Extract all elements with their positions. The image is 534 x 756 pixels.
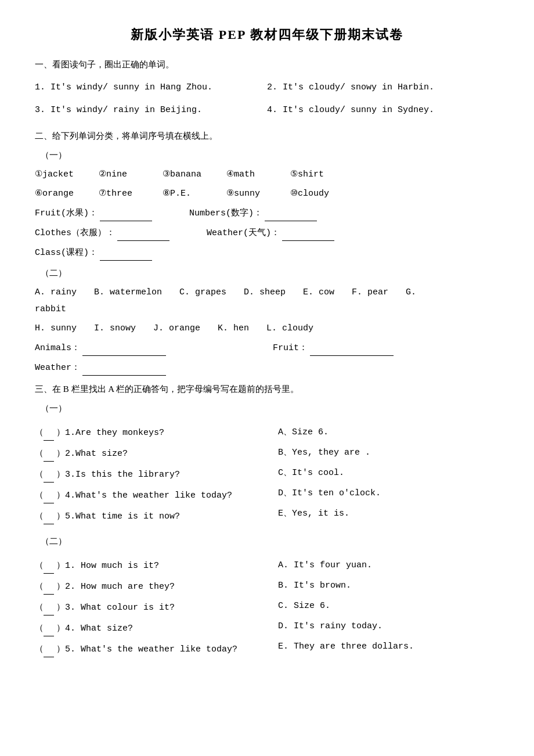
word2-G: G.	[406, 285, 416, 300]
fill-weather-label: Weather(天气)：	[207, 228, 280, 238]
paren-2[interactable]	[44, 445, 54, 462]
word2-E: E. cow	[303, 285, 334, 300]
match-q4: （ ）4.What's the weather like today?	[35, 487, 278, 503]
word-7: ⑦three	[99, 186, 145, 201]
section2-sub2-label: （二）	[41, 265, 499, 281]
match-q2: （ ）2.What size?	[35, 445, 278, 462]
match-left-1: （ ）1.Are they monkeys? （ ）2.What size? （…	[35, 420, 278, 529]
section3-sub2-label: （二）	[41, 534, 499, 549]
match-a1: A、Size 6.	[278, 424, 499, 440]
match-a3: C、It's cool.	[278, 465, 499, 481]
match-b3: C. Size 6.	[278, 598, 499, 614]
section3-sub1-label: （一）	[41, 401, 499, 416]
paren-3[interactable]	[44, 466, 54, 483]
paren-r4[interactable]	[44, 620, 54, 636]
word-list2-row1: A. rainy B. watermelon C. grapes D. shee…	[35, 285, 499, 300]
fruit-line[interactable]	[310, 340, 394, 356]
word2-J: J. orange	[153, 321, 200, 336]
animals-fruit-row: Animals： Fruit：	[35, 340, 499, 356]
paren-5[interactable]	[44, 508, 54, 524]
match-a2: B、Yes, they are .	[278, 445, 499, 460]
s1-q1: 1. It's windy/ sunny in Hang Zhou.	[35, 80, 267, 95]
match-b5: E. They are three dollars.	[278, 639, 499, 654]
fill-numbers: Numbers(数字)：	[189, 205, 319, 221]
fill-fruit-line[interactable]	[100, 205, 152, 221]
section1-header: 一、看图读句子，圈出正确的单词。	[35, 57, 499, 73]
animals-fill: Animals：	[35, 340, 261, 356]
s1-q4: 4. It's cloudy/ sunny in Sydney.	[267, 102, 499, 118]
match-right-1: A、Size 6. B、Yes, they are . C、It's cool.…	[278, 420, 499, 529]
fill-clothes-label: Clothes（衣服）：	[35, 228, 115, 238]
fill-row1: Fruit(水果)： Numbers(数字)：	[35, 205, 499, 221]
weather-label: Weather：	[35, 363, 80, 373]
match-a5: E、Yes, it is.	[278, 506, 499, 521]
match-r3: （ ）3. What colour is it?	[35, 599, 278, 615]
animals-line[interactable]	[82, 340, 166, 356]
page-title: 新版小学英语 PEP 教材四年级下册期末试卷	[35, 23, 499, 46]
fill-fruit-label: Fruit(水果)：	[35, 208, 98, 218]
word-list-row1: ①jacket ②nine ③banana ④math ⑤shirt	[35, 167, 499, 182]
match-r1: （ ）1. How much is it?	[35, 557, 278, 574]
word-list2-row2: H. sunny I. snowy J. orange K. hen L. cl…	[35, 321, 499, 336]
weather-line[interactable]	[82, 359, 166, 376]
animals-label: Animals：	[35, 343, 80, 353]
word2-rabbit: rabbit	[35, 301, 66, 317]
paren-1[interactable]	[44, 424, 54, 441]
word-list-row2: ⑥orange ⑦three ⑧P.E. ⑨sunny ⑩cloudy	[35, 186, 499, 201]
s1-q3: 3. It's windy/ rainy in Beijing.	[35, 102, 267, 118]
s1-q2: 2. It's cloudy/ snowy in Harbin.	[267, 80, 499, 95]
match-a4: D、It's ten o'clock.	[278, 485, 499, 501]
fill-row2: Clothes（衣服）： Weather(天气)：	[35, 225, 499, 241]
word2-I: I. snowy	[94, 321, 136, 336]
match-left-2: （ ）1. How much is it? （ ）2. How much are…	[35, 553, 278, 662]
match-r2: （ ）2. How much are they?	[35, 578, 278, 595]
word2-F: F. pear	[352, 285, 388, 300]
match-q3: （ ）3.Is this the library?	[35, 466, 278, 483]
fruit-fill: Fruit：	[261, 340, 499, 356]
word-5: ⑤shirt	[290, 167, 337, 182]
word-4: ④math	[226, 167, 273, 182]
word-list2-rabbit: rabbit	[35, 301, 499, 317]
fill-class-label: Class(课程)：	[35, 248, 98, 258]
word-6: ⑥orange	[35, 186, 81, 201]
match-q1: （ ）1.Are they monkeys?	[35, 424, 278, 441]
paren-r1[interactable]	[44, 557, 54, 574]
word2-C: C. grapes	[179, 285, 226, 300]
match-section1: （ ）1.Are they monkeys? （ ）2.What size? （…	[35, 420, 499, 529]
section2-sub1-label: （一）	[41, 147, 499, 163]
fruit-label: Fruit：	[273, 343, 308, 353]
word2-K: K. hen	[218, 321, 249, 336]
paren-4[interactable]	[44, 487, 54, 503]
match-b2: B. It's brown.	[278, 578, 499, 593]
paren-r5[interactable]	[44, 641, 54, 657]
fill-numbers-label: Numbers(数字)：	[189, 208, 262, 218]
word-3: ③banana	[163, 167, 209, 182]
paren-r2[interactable]	[44, 578, 54, 595]
match-right-2: A. It's four yuan. B. It's brown. C. Siz…	[278, 553, 499, 662]
fill-fruit: Fruit(水果)：	[35, 205, 154, 221]
fill-numbers-line[interactable]	[265, 205, 317, 221]
word-2: ②nine	[99, 167, 145, 182]
word-1: ①jacket	[35, 167, 81, 182]
paren-r3[interactable]	[44, 599, 54, 615]
weather-fill: Weather：	[35, 359, 168, 376]
word-9: ⑨sunny	[226, 186, 273, 201]
match-r4: （ ）4. What size?	[35, 620, 278, 636]
fill-weather-line[interactable]	[282, 225, 334, 241]
word2-B: B. watermelon	[94, 285, 162, 300]
fill-class: Class(课程)：	[35, 244, 154, 261]
fill-row3: Class(课程)：	[35, 244, 499, 261]
fill-class-line[interactable]	[100, 244, 152, 261]
word2-A: A. rainy	[35, 285, 77, 300]
match-r5: （ ）5. What's the weather like today?	[35, 641, 278, 657]
match-section2: （ ）1. How much is it? （ ）2. How much are…	[35, 553, 499, 662]
word-10: ⑩cloudy	[290, 186, 337, 201]
match-b4: D. It's rainy today.	[278, 618, 499, 634]
fill-weather: Weather(天气)：	[207, 225, 337, 241]
fill-clothes: Clothes（衣服）：	[35, 225, 172, 241]
match-q5: （ ）5.What time is it now?	[35, 508, 278, 524]
word2-L: L. cloudy	[266, 321, 313, 336]
fill-clothes-line[interactable]	[117, 225, 169, 241]
word2-H: H. sunny	[35, 321, 77, 336]
section2-header: 二、给下列单词分类，将单词序号填在横线上。	[35, 128, 499, 144]
